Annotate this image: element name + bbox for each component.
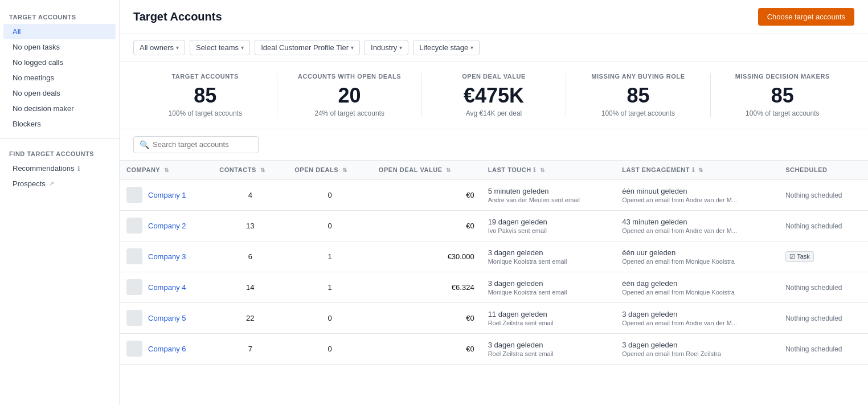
last-touch-sub: Ivo Pakvis sent email bbox=[488, 227, 609, 234]
col-header-contacts[interactable]: Contacts ⇅ bbox=[212, 160, 288, 179]
company-avatar bbox=[126, 248, 142, 264]
sidebar-item-blockers[interactable]: Blockers bbox=[3, 116, 116, 132]
col-label: Company bbox=[126, 166, 160, 173]
last-engagement-sub: Opened an email from Andre van der M... bbox=[622, 197, 772, 203]
last-engagement-sub: Opened an email from Roel Zeilstra bbox=[622, 350, 772, 357]
filter-label: Select teams bbox=[196, 43, 239, 52]
scheduled-cell: ☑ Task bbox=[779, 241, 868, 272]
filter-all-owners[interactable]: All owners▾ bbox=[133, 40, 185, 55]
sidebar-item-no-meetings[interactable]: No meetings bbox=[3, 70, 116, 85]
col-label: Contacts bbox=[219, 166, 256, 173]
last-touch-main: 5 minuten geleden bbox=[488, 187, 609, 195]
company-link[interactable]: Company 4 bbox=[148, 283, 186, 292]
last-engagement-cell: 3 dagen geleden Opened an email from And… bbox=[615, 302, 779, 333]
sidebar-item-no-decision-maker[interactable]: No decision maker bbox=[3, 101, 116, 116]
stat-sub: 100% of target accounts bbox=[575, 109, 701, 117]
open-deals-cell: 0 bbox=[288, 210, 372, 241]
last-touch-main: 3 dagen geleden bbox=[488, 279, 609, 288]
stat-label: Open deal value bbox=[431, 73, 556, 80]
filter-label: Industry bbox=[371, 43, 397, 52]
open-deal-value-cell: €6.324 bbox=[372, 272, 481, 302]
stat-sub: 100% of target accounts bbox=[142, 109, 268, 117]
search-input-wrap[interactable]: 🔍 bbox=[133, 136, 259, 153]
nothing-scheduled: Nothing scheduled bbox=[785, 284, 842, 292]
filter-select-teams[interactable]: Select teams▾ bbox=[190, 40, 250, 55]
task-icon: ☑ bbox=[789, 253, 795, 260]
company-link[interactable]: Company 1 bbox=[148, 191, 186, 199]
sidebar-item-no-logged-calls[interactable]: No logged calls bbox=[3, 55, 116, 70]
col-header-open-deal-value[interactable]: Open Deal Value ⇅ bbox=[372, 160, 481, 179]
last-engagement-main: 3 dagen geleden bbox=[622, 341, 772, 349]
company-cell: Company 2 bbox=[120, 210, 212, 241]
chevron-down-icon: ▾ bbox=[470, 44, 473, 51]
last-engagement-cell: één dag geleden Opened an email from Mon… bbox=[615, 272, 779, 302]
contacts-cell: 7 bbox=[212, 333, 288, 364]
info-icon: ℹ bbox=[533, 166, 536, 173]
company-avatar bbox=[126, 187, 142, 203]
page-title: Target Accounts bbox=[133, 10, 222, 23]
company-link[interactable]: Company 2 bbox=[148, 222, 186, 230]
col-header-last-engagement[interactable]: Last Engagement ℹ ⇅ bbox=[615, 160, 779, 179]
last-engagement-sub: Opened an email from Andre van der M... bbox=[622, 227, 772, 234]
last-touch-cell: 19 dagen geleden Ivo Pakvis sent email bbox=[481, 210, 616, 241]
table-row: Company 2 130€0 19 dagen geleden Ivo Pak… bbox=[120, 210, 868, 241]
sidebar-item-all[interactable]: All bbox=[3, 24, 116, 39]
last-engagement-main: één uur geleden bbox=[622, 248, 772, 257]
last-engagement-sub: Opened an email from Monique Kooistra bbox=[622, 289, 772, 296]
open-deal-value-cell: €0 bbox=[372, 179, 481, 210]
info-icon: ℹ bbox=[77, 165, 80, 173]
last-engagement-main: 43 minuten geleden bbox=[622, 218, 772, 226]
stat-label: Target Accounts bbox=[142, 73, 268, 80]
chevron-down-icon: ▾ bbox=[351, 44, 354, 51]
stat-value: 85 bbox=[142, 84, 268, 107]
sidebar-item-no-open-tasks[interactable]: No open tasks bbox=[3, 39, 116, 55]
company-cell: Company 1 bbox=[120, 179, 212, 210]
stat-open-deal-value: Open deal value €475K Avg €14K per deal bbox=[422, 73, 566, 117]
col-header-open-deals[interactable]: Open Deals ⇅ bbox=[288, 160, 372, 179]
search-icon: 🔍 bbox=[140, 140, 149, 149]
filter-icp-tier[interactable]: Ideal Customer Profile Tier▾ bbox=[255, 40, 360, 55]
col-header-last-touch[interactable]: Last Touch ℹ ⇅ bbox=[481, 160, 616, 179]
scheduled-cell: Nothing scheduled bbox=[779, 333, 868, 364]
company-link[interactable]: Company 6 bbox=[148, 345, 186, 353]
sidebar-section-target: Target accounts bbox=[0, 9, 119, 23]
filter-industry[interactable]: Industry▾ bbox=[365, 40, 408, 55]
last-touch-cell: 3 dagen geleden Monique Kooistra sent em… bbox=[481, 241, 616, 272]
task-badge: ☑ Task bbox=[785, 251, 814, 262]
search-bar: 🔍 bbox=[120, 129, 868, 160]
choose-target-accounts-button[interactable]: Choose target accounts bbox=[758, 8, 854, 26]
sidebar-item-prospects[interactable]: Prospects ↗ bbox=[3, 176, 116, 191]
open-deals-cell: 1 bbox=[288, 241, 372, 272]
stat-value: €475K bbox=[431, 84, 556, 107]
stat-missing-decision-makers: Missing decision makers 85 100% of targe… bbox=[711, 73, 854, 117]
filter-lifecycle-stage[interactable]: Lifecycle stage▾ bbox=[413, 40, 480, 55]
company-cell: Company 5 bbox=[120, 302, 212, 333]
main-content: Target Accounts Choose target accounts A… bbox=[120, 0, 868, 405]
search-input[interactable] bbox=[153, 140, 252, 149]
contacts-cell: 4 bbox=[212, 179, 288, 210]
chevron-down-icon: ▾ bbox=[241, 44, 244, 51]
companies-table: Company ⇅Contacts ⇅Open Deals ⇅Open Deal… bbox=[120, 160, 868, 365]
stat-sub: 100% of target accounts bbox=[720, 109, 845, 117]
company-cell: Company 3 bbox=[120, 241, 212, 272]
col-label: Scheduled bbox=[785, 166, 827, 173]
last-touch-sub: Roel Zeilstra sent email bbox=[488, 320, 609, 326]
company-link[interactable]: Company 5 bbox=[148, 314, 186, 322]
col-label: Last Touch bbox=[488, 166, 531, 173]
company-link[interactable]: Company 3 bbox=[148, 252, 186, 261]
last-touch-cell: 3 dagen geleden Roel Zeilstra sent email bbox=[481, 333, 616, 364]
sidebar-item-recommendations[interactable]: Recommendations ℹ bbox=[3, 161, 116, 176]
last-touch-main: 3 dagen geleden bbox=[488, 341, 609, 349]
col-label: Open Deal Value bbox=[379, 166, 443, 173]
last-touch-main: 3 dagen geleden bbox=[488, 248, 609, 257]
sidebar-item-no-open-deals[interactable]: No open deals bbox=[3, 85, 116, 101]
last-engagement-cell: één minuut geleden Opened an email from … bbox=[615, 179, 779, 210]
table-row: Company 4 141€6.324 3 dagen geleden Moni… bbox=[120, 272, 868, 302]
stats-row: Target Accounts 85 100% of target accoun… bbox=[120, 62, 868, 129]
sort-icon: ⇅ bbox=[446, 167, 451, 173]
chevron-down-icon: ▾ bbox=[399, 44, 402, 51]
col-header-company[interactable]: Company ⇅ bbox=[120, 160, 212, 179]
stat-label: Missing decision makers bbox=[720, 73, 845, 80]
company-cell: Company 6 bbox=[120, 333, 212, 364]
last-engagement-sub: Opened an email from Monique Kooistra bbox=[622, 258, 772, 265]
